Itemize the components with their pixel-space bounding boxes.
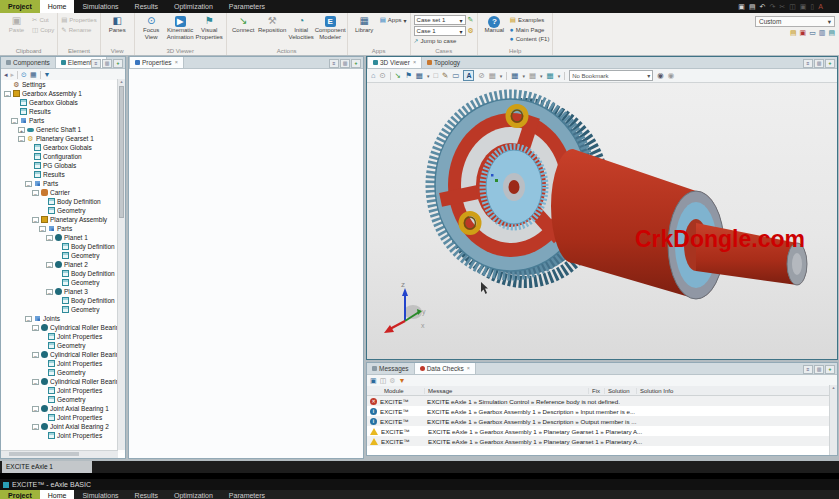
message-row[interactable]: EXCITE™ EXCITE eAxle 1 » Gearbox Assembl… <box>367 436 837 446</box>
tree-item[interactable]: − Cylindrical Roller Bearing 3 <box>1 377 125 386</box>
tab-topology[interactable]: Topology <box>422 57 465 68</box>
panel-split-button[interactable]: ▥ <box>814 59 824 68</box>
panel-add-button[interactable]: + <box>351 59 361 68</box>
copy-button[interactable]: ◫Copy <box>32 26 54 34</box>
tree-item[interactable]: Geometry <box>1 206 125 215</box>
scroll-up-icon[interactable]: ▲ <box>120 79 124 84</box>
focus-view-button[interactable]: ⊙ Focus View <box>138 14 165 40</box>
case-set-select[interactable]: Case set 1▾ <box>414 15 466 25</box>
save-icon[interactable]: ▣ <box>738 3 745 11</box>
panel-split-button[interactable]: ▥ <box>814 365 824 374</box>
snapshot-icon[interactable]: ◉ <box>668 71 675 80</box>
tree-item[interactable]: Results <box>1 170 125 179</box>
tree-item[interactable]: Geometry <box>1 341 125 350</box>
save-messages-icon[interactable]: ▣ <box>370 377 377 385</box>
message-row[interactable]: EXCITE™ EXCITE eAxle 1 » Gearbox Assembl… <box>367 416 837 426</box>
tree-item[interactable]: − Planetary Gearset 1 <box>1 134 125 143</box>
tree-item[interactable]: Joint Properties <box>1 431 125 440</box>
tree-item[interactable]: Settings <box>1 80 125 89</box>
search-icon[interactable]: ⊙ <box>21 71 27 79</box>
scroll-up-icon[interactable]: ▲ <box>832 385 836 390</box>
apps-dropdown-button[interactable]: ▤ Apps ▾ <box>380 16 407 24</box>
ribbon-tab[interactable]: Results <box>127 490 166 499</box>
tree-expander-icon[interactable]: − <box>18 136 25 142</box>
tree-item[interactable]: + Generic Shaft 1 <box>1 125 125 134</box>
3d-scene[interactable]: CrkDongle.com z y x <box>367 83 837 360</box>
tree-expander-icon[interactable]: − <box>32 325 39 331</box>
close-tab-icon[interactable]: × <box>467 363 470 374</box>
close-tab-icon[interactable]: × <box>175 57 178 68</box>
tree-expander-icon[interactable]: − <box>25 316 32 322</box>
panel-split-button[interactable]: ▥ <box>102 59 112 68</box>
tree-expander-icon[interactable]: − <box>32 352 39 358</box>
tree-item[interactable]: Body Definition <box>1 197 125 206</box>
redo-icon[interactable]: ↷ <box>769 3 775 11</box>
new-layout-icon[interactable]: ▤ <box>790 29 797 37</box>
open-icon[interactable]: ▤ <box>749 3 756 11</box>
tree-item[interactable]: − Parts <box>1 179 125 188</box>
panel-menu-button[interactable]: ≡ <box>803 59 813 68</box>
delete-icon[interactable]: ▯ <box>810 3 814 11</box>
edit-case-icon[interactable]: ⚙ <box>468 27 474 35</box>
ribbon-tab[interactable]: Simulations <box>74 0 126 13</box>
tree-expander-icon[interactable]: − <box>4 91 11 97</box>
scrollbar-thumb[interactable] <box>119 86 124 218</box>
messages-vertical-scrollbar[interactable]: ▲ <box>829 385 837 455</box>
tree-expander-icon[interactable]: − <box>32 190 39 196</box>
tab-3d-viewer[interactable]: 3D Viewer × <box>367 57 422 68</box>
ribbon-tab[interactable]: Home <box>40 0 75 13</box>
ribbon-tab[interactable]: Parameters <box>221 490 273 499</box>
tab-messages[interactable]: Messages <box>367 363 414 374</box>
edit-case-set-icon[interactable]: ✎ <box>468 16 474 24</box>
tab-components[interactable]: Components <box>1 57 55 68</box>
tree-item[interactable]: − Gearbox Assembly 1 <box>1 89 125 98</box>
tree-item[interactable]: Results <box>1 107 125 116</box>
tree-item[interactable]: Gearbox Globals <box>1 143 125 152</box>
tree-item[interactable]: Geometry <box>1 305 125 314</box>
ribbon-tab[interactable]: Results <box>127 0 166 13</box>
tree-vertical-scrollbar[interactable]: ▲ <box>117 79 125 450</box>
tab-data-checks[interactable]: Data Checks × <box>414 363 476 374</box>
render-options-icon[interactable]: ▦ <box>529 71 536 80</box>
tree-item[interactable]: − Carrier <box>1 188 125 197</box>
filter-messages-icon[interactable]: ▼ <box>399 377 406 384</box>
column-fix[interactable]: Fix <box>589 388 605 394</box>
document-tab[interactable]: EXCITE eAxle 1 <box>2 461 92 473</box>
tree-expander-icon[interactable]: − <box>32 406 39 412</box>
ribbon-tab[interactable]: Parameters <box>221 0 273 13</box>
tree-item[interactable]: Gearbox Globals <box>1 98 125 107</box>
manual-button[interactable]: ? Manual <box>481 14 508 34</box>
tab-properties[interactable]: Properties × <box>129 57 184 68</box>
panel-split-button[interactable]: ▥ <box>340 59 350 68</box>
tree-expander-icon[interactable]: − <box>46 235 53 241</box>
tree-item[interactable]: Joint Properties <box>1 413 125 422</box>
cut-button[interactable]: ✂Cut <box>32 16 54 24</box>
panel-add-button[interactable]: + <box>825 59 835 68</box>
bounding-box-icon[interactable]: □ <box>433 71 438 80</box>
scrollbar-thumb[interactable] <box>9 452 79 456</box>
tree-item[interactable]: Geometry <box>1 278 125 287</box>
column-module[interactable]: Module <box>381 388 425 394</box>
tree-expander-icon[interactable]: − <box>25 181 32 187</box>
zoom-icon[interactable]: ⊙ <box>380 71 386 80</box>
section-icon[interactable]: ⊘ <box>478 71 484 80</box>
tree-item[interactable]: − Planet 2 <box>1 260 125 269</box>
panel-menu-button[interactable]: ≡ <box>803 365 813 374</box>
home-view-icon[interactable]: ⌂ <box>371 71 376 80</box>
ribbon-tab[interactable]: Project <box>0 490 40 499</box>
tree-item[interactable]: − Joint Axial Bearing 1 <box>1 404 125 413</box>
connect-mode-icon[interactable]: ↘ <box>395 71 401 80</box>
library-button[interactable]: ▦ Library <box>351 14 378 34</box>
display-mode-icon[interactable]: ▦ <box>416 71 423 80</box>
annotate-icon[interactable]: ✎ <box>442 71 448 80</box>
content-button[interactable]: ●Content (F1) <box>510 35 550 42</box>
tree-expander-icon[interactable]: − <box>32 217 39 223</box>
tree-item[interactable]: Configuration <box>1 152 125 161</box>
tree-item[interactable]: Joint Properties <box>1 332 125 341</box>
main-page-button[interactable]: ●Main Page <box>510 26 550 33</box>
rename-button[interactable]: ✎Rename <box>61 26 97 34</box>
panel-menu-button[interactable]: ≡ <box>329 59 339 68</box>
tree-item[interactable]: − Planetary Assembly <box>1 215 125 224</box>
visual-properties-button[interactable]: ⚑ Visual Properties <box>196 14 223 40</box>
tree-item[interactable]: Geometry <box>1 251 125 260</box>
